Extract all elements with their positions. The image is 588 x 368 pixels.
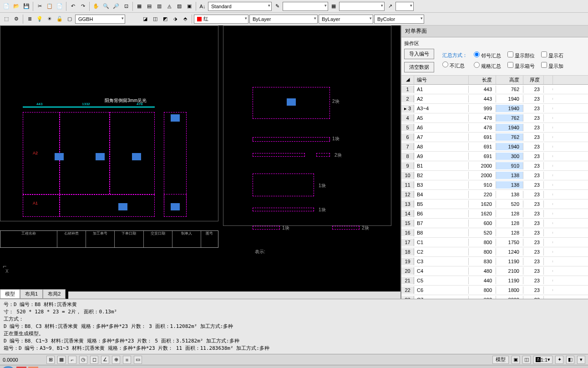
open-icon[interactable]: 📂 [12,2,21,11]
nav-icon[interactable]: ▣ [512,356,520,364]
table-row[interactable]: 1A144376223 [401,85,588,94]
dim-style-icon[interactable]: ✎ [273,2,282,11]
app-icon[interactable] [16,367,26,368]
table-row[interactable]: 5A6478194023 [401,123,588,133]
command-line[interactable]: 号：D 编号：B8 材料:沉香米黄 寸： 520 * 128 * 23 = 2片… [0,299,588,354]
redo-icon[interactable]: ↷ [78,2,87,11]
qp-icon[interactable]: ▭ [134,356,142,364]
gear-icon[interactable]: ⚙ [12,15,21,24]
grid-mode-icon[interactable]: ▦ [57,356,66,364]
dim-icon[interactable]: ◬ [165,2,174,11]
table-row[interactable]: 9B1200091023 [401,161,588,171]
table-row[interactable]: 18C2800124023 [401,247,588,257]
scale-display[interactable]: 🅰 1:1 ▾ [533,356,553,364]
osnap-icon[interactable]: ◻ [90,356,98,364]
table-icon[interactable]: ▦ [135,2,144,11]
layer-prop-icon[interactable]: ≣ [25,15,34,24]
lock-icon[interactable]: 🔓 [55,15,64,24]
layer-off-icon[interactable]: ⬘ [181,15,190,24]
table-row[interactable]: 19C3830119023 [401,257,588,266]
table-row[interactable]: 12B422013823 [401,190,588,199]
plotstyle-dropdown[interactable]: ByColor [374,15,424,24]
hatch-icon[interactable]: ▨ [175,2,184,11]
table-row[interactable]: 14B6162012823 [401,209,588,219]
layer-color-icon[interactable]: ▢ [65,15,74,24]
tab-layout1[interactable]: 布局1 [20,289,43,299]
sun-icon[interactable]: ☀ [45,15,54,24]
radio-neighbor[interactable]: 邻号汇总 [474,51,501,59]
undo-icon[interactable]: ↶ [68,2,77,11]
zoom-ext-icon[interactable]: ⊡ [122,2,131,11]
text-icon[interactable]: A↓ [198,2,207,11]
tab-layout2[interactable]: 布局2 [43,289,66,299]
table-row[interactable]: 17C1800175023 [401,238,588,247]
drawing-canvas[interactable]: 阳角背倒留3mm见光 A2 A1 443 1332 478 工程名称 石材种类 … [0,26,400,299]
start-button[interactable] [2,366,15,368]
save-icon[interactable]: 💾 [22,2,31,11]
table-row[interactable]: 11B391013823 [401,180,588,190]
calc-icon[interactable]: ▥ [155,2,164,11]
chk-part[interactable]: 显示部位 [507,51,535,59]
lw-icon[interactable]: ≡ [123,356,131,364]
pan-icon[interactable]: ✋ [91,2,101,11]
table-row[interactable]: 10B2200013823 [401,171,588,180]
dyn-icon[interactable]: ⊕ [112,356,120,364]
table-row[interactable]: 23C7800300023 [401,295,588,299]
table-row[interactable]: 22C6800180023 [401,286,588,295]
new-icon[interactable]: 📄 [2,2,11,11]
dimstyle-dropdown[interactable] [283,2,328,11]
table-row[interactable]: 20C4480210023 [401,266,588,276]
model-space-button[interactable]: 模型 [492,356,509,364]
chk-show4[interactable]: 显示加 [541,62,563,70]
app-icon[interactable] [28,367,38,368]
paste-icon[interactable]: 📄 [55,2,64,11]
table-row[interactable]: 7A8691194023 [401,142,588,152]
linetype-dropdown[interactable]: ByLayer [249,15,318,24]
lineweight-dropdown[interactable]: ByLayer [319,15,373,24]
table-row[interactable]: 4A547876223 [401,113,588,123]
chk-box[interactable]: 显示箱号 [507,62,535,70]
layer-dropdown[interactable]: GGBH [75,15,125,24]
hscrollbar[interactable] [68,291,400,299]
clear-button[interactable]: 清空数据 [404,62,434,72]
table-row[interactable]: 13B5162052023 [401,199,588,209]
radio-none[interactable]: 不汇总 [442,61,467,69]
layer-walk-icon[interactable]: ⬗ [171,15,180,24]
table-row[interactable]: ▸ 3A3~4999194023 [401,104,588,113]
import-button[interactable]: 导入编号 [404,49,434,59]
layer-match-icon[interactable]: ◩ [161,15,170,24]
tab-model[interactable]: 模型 [0,289,20,299]
table-row[interactable]: 2A2443194023 [401,94,588,104]
color-dropdown[interactable]: 红 [194,15,248,24]
chk-show3[interactable]: 显示石 [541,51,563,59]
table-style-icon[interactable]: ▦ [329,2,338,11]
bulb-icon[interactable]: 💡 [35,15,44,24]
tool-a-icon[interactable]: ⬚ [2,15,11,24]
polar-icon[interactable]: ◷ [79,356,87,364]
table-row[interactable]: 16B852012823 [401,228,588,238]
tool3-icon[interactable]: ▾ [577,356,585,364]
data-grid[interactable]: ◢ 编号 长度 高度 厚度 1A1443762232A2443194023▸ 3… [401,76,588,299]
snap-icon[interactable]: ⊞ [46,356,55,364]
tablestyle-dropdown[interactable] [339,2,385,11]
ortho-icon[interactable]: ⌐ [68,356,76,364]
radio-spec[interactable]: 规格汇总 [474,62,501,70]
otrack-icon[interactable]: ∠ [101,356,109,364]
copy-icon[interactable]: 📋 [45,2,54,11]
layer-prev-icon[interactable]: ◫ [151,15,160,24]
tool1-icon[interactable]: ✦ [555,356,563,364]
grid-icon[interactable]: ▤ [145,2,154,11]
mleader-dropdown[interactable] [395,2,414,11]
nav2-icon[interactable]: ◫ [522,356,531,364]
zoom-icon[interactable]: 🔍 [101,2,111,11]
zoom-win-icon[interactable]: 🔎 [112,2,121,11]
table-row[interactable]: 15B760012823 [401,219,588,228]
cut-icon[interactable]: ✂ [35,2,44,11]
mleader-icon[interactable]: ↗ [385,2,395,11]
table-row[interactable]: 21C5440119023 [401,276,588,286]
layer-iso-icon[interactable]: ◪ [141,15,150,24]
table-row[interactable]: 8A969130023 [401,152,588,161]
textstyle-dropdown[interactable]: Standard [208,2,272,11]
table-row[interactable]: 6A769176223 [401,133,588,142]
tool2-icon[interactable]: ◧ [566,356,574,364]
